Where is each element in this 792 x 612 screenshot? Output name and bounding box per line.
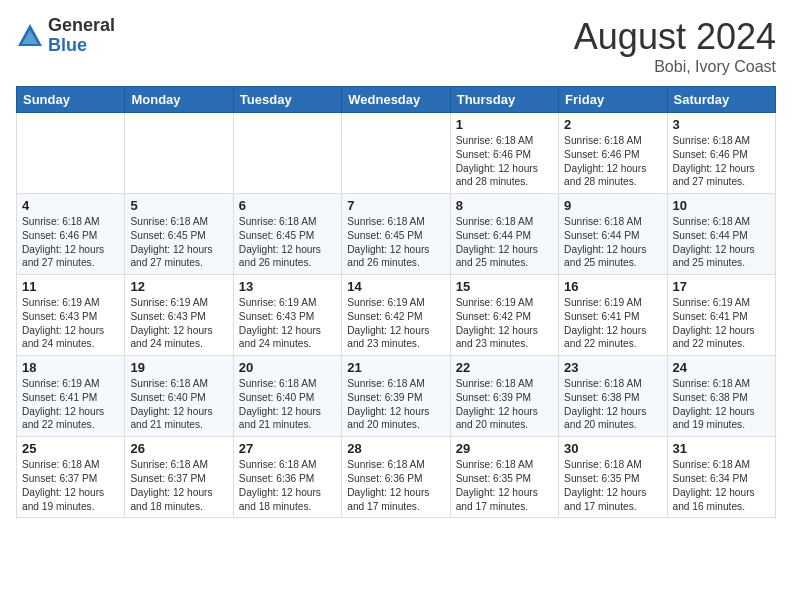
calendar-cell: 8Sunrise: 6:18 AMSunset: 6:44 PMDaylight… — [450, 194, 558, 275]
calendar-cell — [342, 113, 450, 194]
calendar-cell: 30Sunrise: 6:18 AMSunset: 6:35 PMDayligh… — [559, 437, 667, 518]
day-number: 10 — [673, 198, 770, 213]
day-info: Sunrise: 6:19 AMSunset: 6:41 PMDaylight:… — [564, 296, 661, 351]
calendar-cell: 11Sunrise: 6:19 AMSunset: 6:43 PMDayligh… — [17, 275, 125, 356]
day-number: 17 — [673, 279, 770, 294]
weekday-header-friday: Friday — [559, 87, 667, 113]
day-number: 11 — [22, 279, 119, 294]
day-number: 19 — [130, 360, 227, 375]
calendar-cell — [125, 113, 233, 194]
day-info: Sunrise: 6:19 AMSunset: 6:43 PMDaylight:… — [239, 296, 336, 351]
calendar-cell: 16Sunrise: 6:19 AMSunset: 6:41 PMDayligh… — [559, 275, 667, 356]
calendar-cell: 2Sunrise: 6:18 AMSunset: 6:46 PMDaylight… — [559, 113, 667, 194]
calendar-week-row: 11Sunrise: 6:19 AMSunset: 6:43 PMDayligh… — [17, 275, 776, 356]
calendar-cell: 22Sunrise: 6:18 AMSunset: 6:39 PMDayligh… — [450, 356, 558, 437]
day-info: Sunrise: 6:18 AMSunset: 6:35 PMDaylight:… — [456, 458, 553, 513]
day-info: Sunrise: 6:18 AMSunset: 6:46 PMDaylight:… — [456, 134, 553, 189]
weekday-header-tuesday: Tuesday — [233, 87, 341, 113]
calendar-cell: 15Sunrise: 6:19 AMSunset: 6:42 PMDayligh… — [450, 275, 558, 356]
weekday-header-monday: Monday — [125, 87, 233, 113]
day-number: 27 — [239, 441, 336, 456]
day-number: 26 — [130, 441, 227, 456]
calendar-cell — [233, 113, 341, 194]
page-header: General Blue August 2024 Bobi, Ivory Coa… — [16, 16, 776, 76]
calendar-cell: 7Sunrise: 6:18 AMSunset: 6:45 PMDaylight… — [342, 194, 450, 275]
logo-general: General — [48, 16, 115, 36]
calendar-cell: 25Sunrise: 6:18 AMSunset: 6:37 PMDayligh… — [17, 437, 125, 518]
day-number: 1 — [456, 117, 553, 132]
day-number: 16 — [564, 279, 661, 294]
weekday-header-saturday: Saturday — [667, 87, 775, 113]
location: Bobi, Ivory Coast — [574, 58, 776, 76]
day-number: 4 — [22, 198, 119, 213]
day-number: 23 — [564, 360, 661, 375]
calendar-cell: 4Sunrise: 6:18 AMSunset: 6:46 PMDaylight… — [17, 194, 125, 275]
day-info: Sunrise: 6:18 AMSunset: 6:39 PMDaylight:… — [456, 377, 553, 432]
day-info: Sunrise: 6:18 AMSunset: 6:46 PMDaylight:… — [673, 134, 770, 189]
day-info: Sunrise: 6:18 AMSunset: 6:35 PMDaylight:… — [564, 458, 661, 513]
calendar-cell: 14Sunrise: 6:19 AMSunset: 6:42 PMDayligh… — [342, 275, 450, 356]
calendar-cell: 17Sunrise: 6:19 AMSunset: 6:41 PMDayligh… — [667, 275, 775, 356]
day-number: 28 — [347, 441, 444, 456]
day-number: 9 — [564, 198, 661, 213]
day-info: Sunrise: 6:18 AMSunset: 6:38 PMDaylight:… — [673, 377, 770, 432]
day-info: Sunrise: 6:18 AMSunset: 6:36 PMDaylight:… — [239, 458, 336, 513]
logo: General Blue — [16, 16, 115, 56]
day-info: Sunrise: 6:18 AMSunset: 6:44 PMDaylight:… — [564, 215, 661, 270]
day-number: 21 — [347, 360, 444, 375]
day-number: 18 — [22, 360, 119, 375]
day-number: 24 — [673, 360, 770, 375]
calendar-cell: 21Sunrise: 6:18 AMSunset: 6:39 PMDayligh… — [342, 356, 450, 437]
day-info: Sunrise: 6:18 AMSunset: 6:46 PMDaylight:… — [564, 134, 661, 189]
calendar-cell: 24Sunrise: 6:18 AMSunset: 6:38 PMDayligh… — [667, 356, 775, 437]
generalblue-logo-icon — [16, 22, 44, 50]
day-info: Sunrise: 6:18 AMSunset: 6:40 PMDaylight:… — [239, 377, 336, 432]
calendar-cell: 23Sunrise: 6:18 AMSunset: 6:38 PMDayligh… — [559, 356, 667, 437]
day-info: Sunrise: 6:19 AMSunset: 6:41 PMDaylight:… — [673, 296, 770, 351]
calendar-cell: 1Sunrise: 6:18 AMSunset: 6:46 PMDaylight… — [450, 113, 558, 194]
weekday-header-wednesday: Wednesday — [342, 87, 450, 113]
day-number: 20 — [239, 360, 336, 375]
day-info: Sunrise: 6:18 AMSunset: 6:46 PMDaylight:… — [22, 215, 119, 270]
day-info: Sunrise: 6:19 AMSunset: 6:43 PMDaylight:… — [130, 296, 227, 351]
day-info: Sunrise: 6:18 AMSunset: 6:45 PMDaylight:… — [130, 215, 227, 270]
calendar-cell: 20Sunrise: 6:18 AMSunset: 6:40 PMDayligh… — [233, 356, 341, 437]
day-info: Sunrise: 6:18 AMSunset: 6:36 PMDaylight:… — [347, 458, 444, 513]
day-number: 30 — [564, 441, 661, 456]
calendar-week-row: 1Sunrise: 6:18 AMSunset: 6:46 PMDaylight… — [17, 113, 776, 194]
calendar-week-row: 4Sunrise: 6:18 AMSunset: 6:46 PMDaylight… — [17, 194, 776, 275]
day-number: 15 — [456, 279, 553, 294]
day-number: 14 — [347, 279, 444, 294]
day-number: 25 — [22, 441, 119, 456]
day-number: 6 — [239, 198, 336, 213]
logo-text: General Blue — [48, 16, 115, 56]
day-info: Sunrise: 6:18 AMSunset: 6:40 PMDaylight:… — [130, 377, 227, 432]
calendar-cell: 31Sunrise: 6:18 AMSunset: 6:34 PMDayligh… — [667, 437, 775, 518]
calendar-cell: 27Sunrise: 6:18 AMSunset: 6:36 PMDayligh… — [233, 437, 341, 518]
calendar-cell: 10Sunrise: 6:18 AMSunset: 6:44 PMDayligh… — [667, 194, 775, 275]
day-number: 3 — [673, 117, 770, 132]
weekday-header-sunday: Sunday — [17, 87, 125, 113]
day-info: Sunrise: 6:19 AMSunset: 6:41 PMDaylight:… — [22, 377, 119, 432]
day-number: 8 — [456, 198, 553, 213]
calendar-week-row: 25Sunrise: 6:18 AMSunset: 6:37 PMDayligh… — [17, 437, 776, 518]
weekday-header-row: SundayMondayTuesdayWednesdayThursdayFrid… — [17, 87, 776, 113]
calendar-cell: 29Sunrise: 6:18 AMSunset: 6:35 PMDayligh… — [450, 437, 558, 518]
calendar-cell: 3Sunrise: 6:18 AMSunset: 6:46 PMDaylight… — [667, 113, 775, 194]
day-info: Sunrise: 6:18 AMSunset: 6:38 PMDaylight:… — [564, 377, 661, 432]
calendar-table: SundayMondayTuesdayWednesdayThursdayFrid… — [16, 86, 776, 518]
day-info: Sunrise: 6:19 AMSunset: 6:42 PMDaylight:… — [456, 296, 553, 351]
day-info: Sunrise: 6:18 AMSunset: 6:34 PMDaylight:… — [673, 458, 770, 513]
day-number: 2 — [564, 117, 661, 132]
day-number: 13 — [239, 279, 336, 294]
day-info: Sunrise: 6:19 AMSunset: 6:43 PMDaylight:… — [22, 296, 119, 351]
weekday-header-thursday: Thursday — [450, 87, 558, 113]
day-info: Sunrise: 6:19 AMSunset: 6:42 PMDaylight:… — [347, 296, 444, 351]
calendar-cell — [17, 113, 125, 194]
calendar-cell: 19Sunrise: 6:18 AMSunset: 6:40 PMDayligh… — [125, 356, 233, 437]
day-info: Sunrise: 6:18 AMSunset: 6:45 PMDaylight:… — [239, 215, 336, 270]
calendar-cell: 5Sunrise: 6:18 AMSunset: 6:45 PMDaylight… — [125, 194, 233, 275]
day-number: 5 — [130, 198, 227, 213]
calendar-cell: 26Sunrise: 6:18 AMSunset: 6:37 PMDayligh… — [125, 437, 233, 518]
calendar-cell: 28Sunrise: 6:18 AMSunset: 6:36 PMDayligh… — [342, 437, 450, 518]
